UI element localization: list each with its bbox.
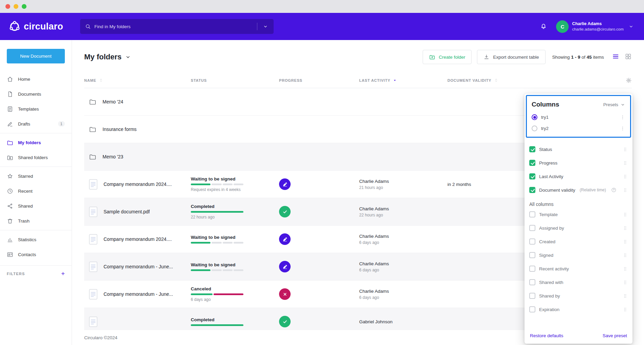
minimize-window-button[interactable] xyxy=(14,4,18,9)
column-header-last-activity[interactable]: LAST ACTIVITY xyxy=(359,78,447,82)
checkbox[interactable] xyxy=(529,279,535,285)
column-toggle-created[interactable]: Created xyxy=(529,235,628,248)
sidebar-item-statistics[interactable]: Statistics xyxy=(0,232,72,247)
status-cell: Waiting to be signed xyxy=(191,235,279,244)
sidebar-item-shared[interactable]: Shared xyxy=(0,198,72,213)
brand-name: circularo xyxy=(24,21,63,32)
column-header-progress[interactable]: PROGRESS xyxy=(279,78,359,82)
column-header-name[interactable]: NAME xyxy=(84,78,191,82)
drag-handle-icon[interactable] xyxy=(623,307,628,312)
save-preset-link[interactable]: Save preset xyxy=(603,333,627,338)
page-title: My folders xyxy=(84,53,122,61)
status-label: Completed xyxy=(191,204,215,209)
sidebar-item-trash[interactable]: Trash xyxy=(0,213,72,228)
drag-handle-icon[interactable] xyxy=(623,293,628,299)
drag-handle-icon[interactable] xyxy=(623,160,628,166)
help-icon[interactable] xyxy=(611,187,617,193)
drag-handle-icon[interactable] xyxy=(623,226,628,231)
checkbox[interactable] xyxy=(529,266,535,272)
checkbox[interactable] xyxy=(529,146,535,152)
column-toggle-progress[interactable]: Progress xyxy=(529,156,628,170)
sidebar-item-label: Trash xyxy=(18,218,30,224)
checkbox[interactable] xyxy=(529,211,535,217)
close-window-button[interactable] xyxy=(5,4,10,9)
column-label: Shared with xyxy=(539,280,563,285)
column-header-status[interactable]: STATUS xyxy=(191,78,279,82)
radio-button[interactable] xyxy=(532,126,537,131)
actor-name: Charlie Adams xyxy=(359,179,447,184)
checkbox[interactable] xyxy=(529,293,535,299)
activity-time: 22 hours ago xyxy=(359,213,447,217)
page-title-dropdown[interactable]: My folders xyxy=(84,53,131,61)
drag-handle-icon[interactable] xyxy=(623,188,628,193)
checkbox[interactable] xyxy=(529,252,535,258)
checkbox[interactable] xyxy=(529,225,535,231)
column-toggle-document-validity[interactable]: Document validity(Relative time) xyxy=(529,183,628,197)
list-view-icon xyxy=(612,53,619,60)
brand-logo[interactable]: circularo xyxy=(9,21,72,32)
column-header-document-validity[interactable]: DOCUMENT VALIDITY xyxy=(447,78,617,82)
column-toggle-shared-by[interactable]: Shared by xyxy=(529,289,628,303)
column-toggle-signed[interactable]: Signed xyxy=(529,248,628,262)
sidebar-item-recent[interactable]: Recent xyxy=(0,184,72,198)
sidebar-item-starred[interactable]: Starred xyxy=(0,169,72,184)
sidebar-item-home[interactable]: Home xyxy=(0,72,72,87)
radio-button[interactable] xyxy=(532,114,537,120)
column-settings-gear-icon[interactable] xyxy=(626,77,632,83)
drag-handle-icon[interactable] xyxy=(623,280,628,285)
notifications-button[interactable] xyxy=(540,22,547,31)
export-document-table-button[interactable]: Export document table xyxy=(477,50,545,64)
status-cell: Waiting to be signedRequest expires in 4… xyxy=(191,176,279,192)
checkbox[interactable] xyxy=(529,238,535,245)
checkbox[interactable] xyxy=(529,187,535,193)
progress-bar xyxy=(191,269,243,271)
sidebar-item-drafts[interactable]: Drafts1 xyxy=(0,116,72,131)
column-toggle-status[interactable]: Status xyxy=(529,142,628,156)
restore-defaults-link[interactable]: Restore defaults xyxy=(530,333,563,338)
preset-option-try1[interactable]: try1 xyxy=(527,112,630,123)
zoom-window-button[interactable] xyxy=(22,4,26,9)
star-icon xyxy=(7,173,13,179)
drag-handle-icon[interactable] xyxy=(623,174,628,179)
progress-segment xyxy=(223,184,233,185)
sidebar-item-shared-folders[interactable]: Shared folders xyxy=(0,150,72,165)
progress-cell xyxy=(279,288,359,300)
name-cell: Memo '24 xyxy=(84,98,191,106)
contacts-icon xyxy=(7,251,13,258)
check-status-icon xyxy=(279,316,291,327)
presets-dropdown[interactable]: Presets xyxy=(603,102,625,107)
search-scope-dropdown[interactable] xyxy=(257,19,274,34)
grid-view-button[interactable] xyxy=(625,53,632,61)
column-toggle-expiration[interactable]: Expiration xyxy=(529,303,628,316)
sidebar-item-documents[interactable]: Documents xyxy=(0,87,72,101)
drag-handle-icon[interactable] xyxy=(623,253,628,258)
folder-icon xyxy=(89,126,96,133)
user-menu[interactable]: C Charlie Adams charlie.adams@circularo.… xyxy=(556,20,634,33)
checkbox[interactable] xyxy=(529,173,535,179)
drag-handle-icon[interactable] xyxy=(623,212,628,217)
create-folder-button[interactable]: Create folder xyxy=(423,50,472,64)
home-icon xyxy=(7,76,13,82)
preset-option-try2[interactable]: try2 xyxy=(527,123,630,134)
column-toggle-recent-activity[interactable]: Recent activity xyxy=(529,262,628,275)
kebab-menu-icon[interactable] xyxy=(620,115,625,120)
progress-cell xyxy=(279,261,359,272)
sidebar-item-my-folders[interactable]: My folders xyxy=(0,135,72,150)
checkbox[interactable] xyxy=(529,160,535,166)
checkbox[interactable] xyxy=(529,306,535,312)
drag-handle-icon[interactable] xyxy=(623,147,628,152)
column-toggle-last-activity[interactable]: Last Activity xyxy=(529,170,628,183)
add-filter-button[interactable]: + xyxy=(61,270,65,277)
new-document-button[interactable]: New Document xyxy=(7,49,65,63)
kebab-menu-icon[interactable] xyxy=(620,126,625,131)
sidebar-item-templates[interactable]: Templates xyxy=(0,101,72,116)
column-toggle-template[interactable]: Template xyxy=(529,208,628,221)
list-view-button[interactable] xyxy=(612,53,619,61)
column-toggle-assigned-by[interactable]: Assigned by xyxy=(529,221,628,235)
drag-handle-icon[interactable] xyxy=(623,266,628,271)
drag-handle-icon[interactable] xyxy=(623,239,628,244)
column-toggle-shared-with[interactable]: Shared with xyxy=(529,275,628,289)
column-label: Last Activity xyxy=(539,174,563,179)
search-input[interactable] xyxy=(91,24,257,29)
sidebar-item-contacts[interactable]: Contacts xyxy=(0,247,72,262)
